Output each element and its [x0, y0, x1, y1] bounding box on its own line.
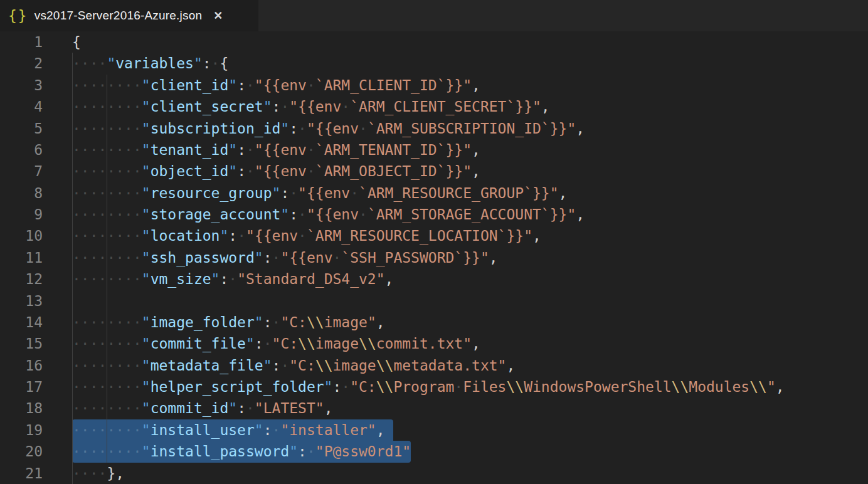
code-line[interactable]: 12········"vm_size":·"Standard_DS4_v2",: [0, 268, 868, 290]
line-number[interactable]: 12: [0, 268, 43, 290]
code-content[interactable]: ········"tenant_id":·"{{env·`ARM_TENANT_…: [72, 139, 868, 160]
code-content[interactable]: ········"install_password":·"P@ssw0rd1": [72, 441, 868, 462]
code-line[interactable]: 9········"storage_account":·"{{env·`ARM_…: [0, 204, 868, 225]
line-number[interactable]: 10: [0, 225, 43, 246]
code-line[interactable]: 18········"commit_id":·"LATEST",: [0, 397, 868, 419]
code-content[interactable]: ········"metadata_file":·"C:\\image\\met…: [72, 355, 868, 376]
code-content[interactable]: ········"client_id":·"{{env·`ARM_CLIENT_…: [72, 75, 868, 96]
code-text: {: [72, 34, 81, 50]
line-number[interactable]: 3: [0, 75, 43, 96]
line-number[interactable]: 20: [0, 441, 43, 462]
line-number[interactable]: 1: [0, 31, 43, 53]
code-text: ········"install_password":·"P@ssw0rd1": [72, 443, 411, 460]
code-content[interactable]: ········"ssh_password":·"{{env·`SSH_PASS…: [72, 247, 868, 268]
code-line[interactable]: 11········"ssh_password":·"{{env·`SSH_PA…: [0, 247, 868, 268]
code-content[interactable]: ········"object_id":·"{{env·`ARM_OBJECT_…: [72, 160, 868, 182]
token-str: "{{env: [255, 163, 307, 179]
token-ws: ········: [72, 206, 142, 223]
token-ws: ········: [72, 120, 142, 137]
token-key: resource_group: [151, 185, 272, 201]
code-text: ········"install_user":·"installer",: [72, 422, 385, 438]
line-number[interactable]: 6: [0, 139, 43, 160]
code-line[interactable]: 13: [0, 290, 868, 312]
token-kq: ": [142, 142, 151, 158]
line-number[interactable]: 16: [0, 355, 43, 376]
code-content[interactable]: ········"commit_file":·"C:\\image\\commi…: [72, 333, 868, 354]
code-content[interactable]: ········"vm_size":·"Standard_DS4_v2",: [72, 268, 868, 290]
token-str: `ARM_OBJECT_ID`}}": [315, 163, 472, 179]
token-pun: :: [280, 185, 289, 201]
token-ws: ····: [72, 55, 107, 71]
line-number[interactable]: 9: [0, 204, 43, 225]
token-kq: ": [263, 357, 272, 374]
token-ws: ·: [272, 422, 281, 438]
token-ws: ·: [359, 120, 368, 137]
line-number[interactable]: 14: [0, 312, 43, 333]
code-line[interactable]: 7········"object_id":·"{{env·`ARM_OBJECT…: [0, 160, 868, 182]
code-content[interactable]: ········"resource_group":·"{{env·`ARM_RE…: [72, 182, 868, 204]
token-str: `SSH_PASSWORD`}}": [341, 250, 489, 266]
line-number[interactable]: 5: [0, 118, 43, 139]
code-line[interactable]: 10········"location":·"{{env·`ARM_RESOUR…: [0, 225, 868, 246]
line-number[interactable]: 17: [0, 376, 43, 397]
code-line[interactable]: 19········"install_user":·"installer",: [0, 419, 868, 441]
line-number[interactable]: 18: [0, 397, 43, 419]
tab-active[interactable]: {} vs2017-Server2016-Azure.json ✕: [0, 0, 258, 31]
code-line[interactable]: 3········"client_id":·"{{env·`ARM_CLIENT…: [0, 75, 868, 96]
code-content[interactable]: ····"variables":·{: [72, 53, 868, 74]
token-key: image_folder: [151, 314, 255, 330]
line-number[interactable]: 15: [0, 333, 43, 354]
token-pun: ,: [576, 206, 585, 223]
code-content[interactable]: ····},: [72, 463, 868, 484]
token-kq: ": [142, 443, 151, 460]
token-ws: ·: [454, 379, 463, 395]
code-content[interactable]: ········"client_secret":·"{{env·`ARM_CLI…: [72, 96, 868, 117]
token-key: commit_file: [151, 335, 246, 352]
code-content[interactable]: ········"storage_account":·"{{env·`ARM_S…: [72, 204, 868, 225]
token-str: `ARM_SUBSCRIPTION_ID`}}": [368, 120, 576, 137]
code-text: ····"variables":·{: [72, 55, 228, 71]
code-line[interactable]: 5········"subscription_id":·"{{env·`ARM_…: [0, 118, 868, 139]
tab-close-icon[interactable]: ✕: [213, 10, 223, 21]
token-kq: ": [142, 357, 151, 374]
token-ws: ·: [246, 400, 255, 416]
code-line[interactable]: 21····},: [0, 463, 868, 484]
token-pun: ,: [532, 228, 541, 244]
line-number[interactable]: 13: [0, 290, 43, 312]
editor[interactable]: 1{2····"variables":·{3········"client_id…: [0, 31, 868, 484]
code-line[interactable]: 2····"variables":·{: [0, 53, 868, 74]
code-line[interactable]: 8········"resource_group":·"{{env·`ARM_R…: [0, 182, 868, 204]
code-content[interactable]: ········"helper_script_folder":·"C:\\Pro…: [72, 376, 868, 397]
token-pun: {: [220, 55, 228, 71]
code-content[interactable]: ········"install_user":·"installer",: [72, 419, 868, 441]
code-line[interactable]: 1{: [0, 31, 868, 53]
code-line[interactable]: 15········"commit_file":·"C:\\image\\com…: [0, 333, 868, 354]
code-line[interactable]: 6········"tenant_id":·"{{env·`ARM_TENANT…: [0, 139, 868, 160]
token-key: commit_id: [151, 400, 229, 416]
line-number[interactable]: 11: [0, 247, 43, 268]
line-number[interactable]: 4: [0, 96, 43, 117]
token-pun: ,: [324, 400, 333, 416]
token-str: metadata.txt": [393, 357, 506, 374]
code-content[interactable]: ········"location":·"{{env·`ARM_RESOURCE…: [72, 225, 868, 246]
code-line[interactable]: 14········"image_folder":·"C:\\image",: [0, 312, 868, 333]
code-content[interactable]: ········"commit_id":·"LATEST",: [72, 397, 868, 419]
token-ws: ·: [246, 163, 255, 179]
code-line[interactable]: 4········"client_secret":·"{{env·`ARM_CL…: [0, 96, 868, 117]
code-content[interactable]: ········"subscription_id":·"{{env·`ARM_S…: [72, 118, 868, 139]
token-str: "C:: [272, 335, 299, 352]
token-pun: :: [263, 422, 272, 438]
line-number[interactable]: 21: [0, 463, 43, 484]
code-line[interactable]: 20········"install_password":·"P@ssw0rd1…: [0, 441, 868, 462]
code-content[interactable]: ········"image_folder":·"C:\\image",: [72, 312, 868, 333]
code-line[interactable]: 17········"helper_script_folder":·"C:\\P…: [0, 376, 868, 397]
code-line[interactable]: 16········"metadata_file":·"C:\\image\\m…: [0, 355, 868, 376]
line-number[interactable]: 19: [0, 419, 43, 441]
token-esc: \\: [749, 379, 767, 395]
line-number[interactable]: 2: [0, 53, 43, 74]
code-content[interactable]: [72, 290, 868, 312]
token-kq: ": [142, 206, 151, 223]
line-number[interactable]: 7: [0, 160, 43, 182]
line-number[interactable]: 8: [0, 182, 43, 204]
code-content[interactable]: {: [72, 31, 868, 53]
